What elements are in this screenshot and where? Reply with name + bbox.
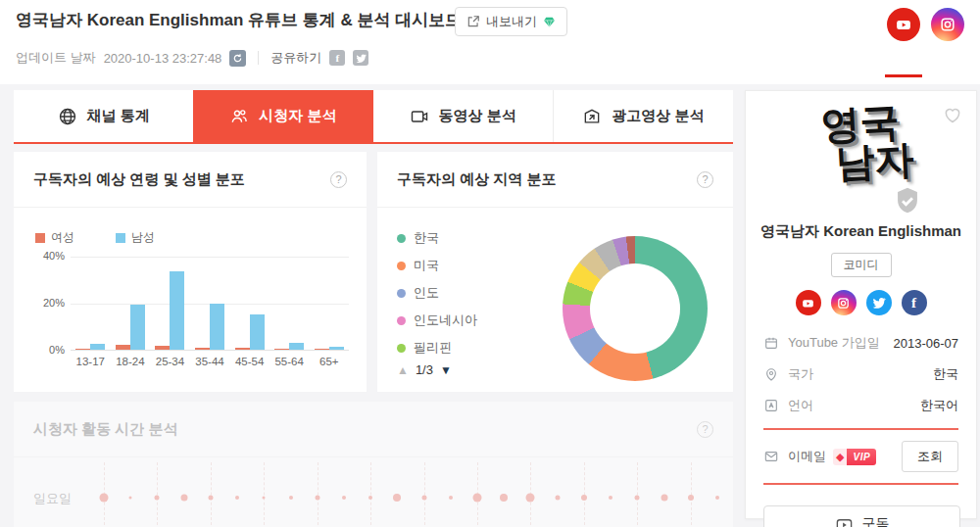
bar: [289, 343, 304, 350]
activity-dot: [155, 496, 160, 501]
refresh-icon[interactable]: [229, 50, 246, 67]
bar-chart-plot: [71, 257, 349, 351]
y-tick-label: 40%: [33, 250, 65, 262]
grid-line: [370, 462, 371, 527]
x-tick-label: 55-64: [270, 356, 310, 367]
bar: [235, 348, 250, 350]
page-up-icon[interactable]: ▲: [397, 363, 409, 377]
x-tick-label: 25-34: [150, 356, 190, 367]
tab-2[interactable]: 시청자 분석: [193, 90, 372, 142]
divider: [258, 51, 259, 65]
instagram-icon: [931, 8, 964, 41]
help-icon[interactable]: ?: [697, 421, 713, 438]
page-down-icon[interactable]: ▼: [440, 363, 452, 377]
header: 영국남자 Korean Englishman 유튜브 통계 & 분석 대시보드 …: [0, 0, 980, 84]
update-timestamp: 2020-10-13 23:27:48: [104, 51, 222, 66]
x-tick-label: 45-54: [229, 356, 270, 367]
activity-dot: [500, 494, 508, 502]
activity-dot: [581, 495, 587, 501]
day-row-label: 일요일: [33, 490, 72, 507]
activity-time-card: 시청자 활동 시간 분석 ? 일요일 월요일: [14, 402, 733, 527]
bar: [155, 346, 170, 350]
activity-dot: [661, 495, 667, 502]
page-title: 영국남자 Korean Englishman 유튜브 통계 & 분석 대시보드: [16, 9, 462, 31]
activity-dot: [235, 496, 239, 500]
age-gender-title: 구독자의 예상 연령 및 성별 분포: [33, 170, 245, 189]
youtube-icon: [887, 8, 920, 41]
activity-dot: [473, 494, 482, 503]
activity-dot: [421, 496, 426, 501]
info-row-language: 언어 한국어: [763, 390, 958, 421]
activity-dot: [715, 496, 719, 500]
activity-dot: [449, 496, 453, 500]
bar: [75, 349, 90, 350]
tab-1[interactable]: 채널 통계: [14, 90, 193, 142]
bar: [170, 271, 184, 350]
region-legend-item[interactable]: 미국: [397, 252, 477, 279]
activity-dot: [208, 496, 213, 501]
category-badge[interactable]: 코미디: [831, 253, 892, 277]
email-lookup-button[interactable]: 조회: [902, 441, 958, 472]
twitter-share-icon[interactable]: [353, 50, 368, 66]
region-legend-item[interactable]: 한국: [397, 224, 477, 252]
info-row-join-date: YouTube 가입일 2013-06-07: [763, 327, 958, 359]
update-date-label: 업데이트 날짜: [16, 49, 96, 67]
bar-legend-item[interactable]: 여성: [35, 229, 74, 246]
x-tick-label: 13-17: [71, 356, 111, 367]
facebook-share-icon[interactable]: f: [329, 50, 345, 66]
globe-icon: [58, 107, 77, 126]
info-value: 한국어: [920, 397, 958, 414]
activity-dot: [263, 497, 266, 500]
subscribe-button[interactable]: 구독: [763, 505, 960, 527]
facebook-icon[interactable]: f: [902, 290, 927, 315]
region-legend-item[interactable]: 필리핀: [397, 334, 477, 361]
subscribe-label: 구독: [862, 515, 890, 527]
channel-social-links: f: [746, 290, 976, 315]
gem-icon: [543, 16, 556, 28]
language-icon: [763, 398, 779, 413]
x-axis-labels: 13-1718-2425-3435-4445-5455-6465+: [71, 356, 349, 367]
bar-legend-item[interactable]: 남성: [116, 229, 155, 246]
region-legend-item[interactable]: 인도네시아: [397, 307, 477, 334]
y-tick-label: 20%: [33, 297, 65, 309]
share-label: 공유하기: [270, 49, 321, 67]
verified-shield-icon: [891, 185, 924, 222]
tab-label: 채널 통계: [87, 107, 150, 125]
info-label: 언어: [788, 397, 813, 414]
tab-3[interactable]: 동영상 분석: [373, 90, 553, 142]
activity-scatter-plot: [104, 462, 717, 527]
x-tick-label: 65+: [309, 356, 349, 367]
people-icon: [229, 107, 249, 126]
export-icon: [466, 15, 480, 28]
tab-label: 동영상 분석: [439, 107, 516, 125]
activity-dot: [555, 496, 560, 501]
region-legend-item[interactable]: 인도: [397, 279, 477, 307]
youtube-play-icon: [835, 515, 854, 527]
header-youtube-tab[interactable]: [887, 8, 920, 41]
youtube-icon[interactable]: [796, 290, 821, 315]
bar: [329, 347, 344, 350]
tab-4[interactable]: 광고영상 분석: [553, 90, 733, 142]
info-label: YouTube 가입일: [788, 334, 880, 352]
red-divider: [763, 428, 958, 430]
email-row: 이메일 ◆ VIP 조회: [746, 437, 976, 476]
gem-icon: ◆: [833, 449, 847, 465]
region-title: 구독자의 예상 지역 분포: [397, 170, 557, 189]
activity-dot: [180, 495, 187, 502]
channel-sidebar: 영국 남자 영국남자 Korean Englishman 코미디 f YouTu…: [745, 90, 977, 519]
activity-dot: [526, 494, 535, 503]
header-instagram-tab[interactable]: [931, 8, 964, 41]
email-label: 이메일: [788, 448, 826, 465]
channel-logo[interactable]: 영국 남자: [746, 91, 976, 216]
info-value: 한국: [933, 365, 958, 383]
activity-dot: [609, 496, 612, 500]
instagram-icon[interactable]: [831, 290, 857, 315]
help-icon[interactable]: ?: [697, 171, 713, 188]
help-icon[interactable]: ?: [330, 171, 347, 188]
export-button[interactable]: 내보내기: [455, 7, 567, 36]
activity-dot: [315, 496, 319, 501]
bar: [210, 304, 224, 350]
bar: [195, 348, 210, 350]
info-label: 국가: [788, 365, 813, 383]
twitter-icon[interactable]: [866, 290, 892, 315]
